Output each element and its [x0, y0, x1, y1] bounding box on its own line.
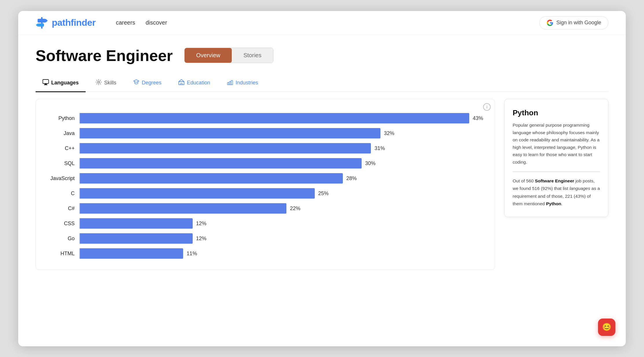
tab-skills-label: Skills — [104, 80, 116, 86]
monitor-icon — [43, 79, 49, 87]
bar-pct-label: 12% — [196, 221, 207, 227]
bar-label: JavaScript — [42, 175, 79, 182]
bar-row[interactable]: JavaScript28% — [42, 171, 483, 186]
bar-label: C# — [42, 206, 79, 212]
bar-label: C — [42, 190, 79, 197]
tab-languages-label: Languages — [51, 80, 79, 86]
app-window: pathfinder careers discover Sign in with… — [18, 11, 626, 346]
vertical-line — [79, 158, 80, 169]
bar-row[interactable]: CSS12% — [42, 216, 483, 231]
bar-label: CSS — [42, 221, 79, 227]
view-tab-toggle: Overview Stories — [184, 48, 273, 63]
nav-discover[interactable]: discover — [146, 19, 167, 26]
tab-education[interactable]: Education — [171, 75, 217, 92]
bar-pct-label: 31% — [374, 145, 385, 151]
vertical-line — [79, 128, 80, 138]
tab-education-label: Education — [187, 80, 210, 86]
bar-pct-label: 28% — [346, 175, 357, 182]
bar-label: SQL — [42, 160, 79, 167]
bar-row[interactable]: SQL30% — [42, 156, 483, 171]
svg-rect-6 — [45, 84, 47, 85]
bar-fill — [80, 218, 193, 229]
chart-container: i Python43%Java32%C++31%SQL30%JavaScript… — [36, 99, 495, 270]
bar-row[interactable]: Java32% — [42, 126, 483, 141]
svg-marker-4 — [36, 23, 38, 27]
bar-label: HTML — [42, 251, 79, 257]
bar-fill — [80, 158, 362, 169]
vertical-line — [79, 248, 80, 259]
nav-links: careers discover — [116, 19, 167, 26]
bar-pct-label: 30% — [365, 160, 376, 167]
svg-point-8 — [98, 81, 100, 83]
tab-degrees[interactable]: Degrees — [126, 75, 168, 92]
bar-row[interactable]: C#22% — [42, 201, 483, 216]
bar-track: 11% — [79, 248, 483, 259]
svg-rect-1 — [38, 19, 46, 23]
category-tabs: Languages Skills Degrees Education — [36, 75, 608, 92]
info-card-divider — [513, 171, 600, 172]
info-card-description: Popular general purpose programming lang… — [513, 121, 600, 166]
svg-rect-12 — [229, 82, 231, 85]
svg-rect-11 — [227, 82, 229, 84]
google-icon — [547, 19, 553, 26]
bar-label: Go — [42, 236, 79, 242]
tab-languages[interactable]: Languages — [36, 75, 86, 92]
main-area: i Python43%Java32%C++31%SQL30%JavaScript… — [36, 99, 608, 270]
title-row: Software Engineer Overview Stories — [36, 47, 608, 64]
bar-track: 22% — [79, 203, 483, 214]
logo-area[interactable]: pathfinder — [36, 16, 95, 29]
bar-fill — [80, 233, 193, 244]
tab-industries-label: Industries — [235, 80, 258, 86]
bar-pct-label: 25% — [318, 190, 329, 197]
bar-fill — [80, 188, 315, 199]
bar-row[interactable]: C++31% — [42, 141, 483, 156]
bar-fill — [80, 113, 469, 123]
gear-icon — [95, 79, 102, 87]
tab-skills[interactable]: Skills — [89, 75, 123, 92]
bar-label: Python — [42, 115, 79, 121]
vertical-line — [79, 218, 80, 229]
svg-rect-13 — [231, 80, 233, 85]
svg-rect-5 — [43, 79, 49, 84]
bar-pct-label: 12% — [196, 236, 207, 242]
industry-icon — [227, 79, 233, 87]
bar-fill — [80, 143, 371, 153]
sign-in-button[interactable]: Sign in with Google — [539, 16, 608, 29]
bar-fill — [80, 203, 286, 214]
nav-careers[interactable]: careers — [116, 19, 135, 26]
chat-button[interactable]: 😊 — [598, 319, 615, 336]
bar-track: 30% — [79, 158, 483, 169]
stories-tab[interactable]: Stories — [232, 48, 273, 63]
side-panel: Python Popular general purpose programmi… — [504, 99, 608, 270]
bar-track: 25% — [79, 188, 483, 199]
vertical-line — [79, 203, 80, 214]
tab-industries[interactable]: Industries — [220, 75, 265, 92]
bar-pct-label: 32% — [384, 130, 394, 136]
bar-fill — [80, 248, 183, 259]
bar-track: 28% — [79, 173, 483, 184]
page-title: Software Engineer — [36, 47, 173, 64]
info-icon[interactable]: i — [483, 103, 491, 111]
graduation-icon — [133, 79, 139, 87]
bar-fill — [80, 173, 343, 184]
bar-row[interactable]: Go12% — [42, 231, 483, 246]
info-card: Python Popular general purpose programmi… — [504, 99, 608, 217]
svg-marker-2 — [46, 19, 48, 23]
vertical-line — [79, 233, 80, 244]
bar-track: 12% — [79, 233, 483, 244]
bar-row[interactable]: HTML11% — [42, 246, 483, 261]
chat-icon: 😊 — [602, 323, 611, 332]
bar-row[interactable]: Python43% — [42, 111, 483, 126]
tab-degrees-label: Degrees — [142, 80, 161, 86]
bar-chart: Python43%Java32%C++31%SQL30%JavaScript28… — [42, 111, 483, 261]
overview-tab[interactable]: Overview — [185, 48, 232, 63]
logo-text: pathfinder — [52, 17, 95, 28]
bar-label: Java — [42, 130, 79, 136]
bar-row[interactable]: C25% — [42, 186, 483, 201]
building-icon — [178, 79, 185, 87]
svg-rect-10 — [181, 83, 182, 85]
vertical-line — [79, 188, 80, 199]
svg-rect-3 — [38, 23, 44, 27]
bar-pct-label: 43% — [473, 115, 483, 121]
vertical-line — [79, 173, 80, 184]
